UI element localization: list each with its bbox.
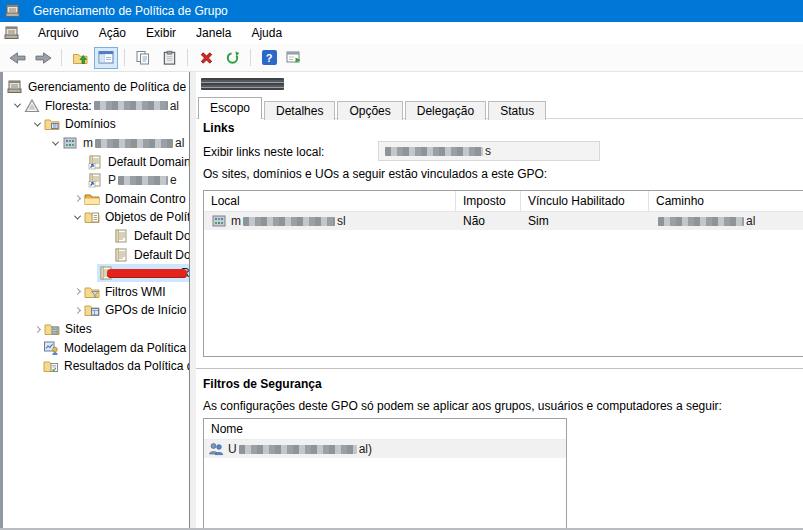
menu-bar: Arquivo Ação Exibir Janela Ajuda [0, 22, 803, 44]
links-table[interactable]: Local Imposto Vínculo Habilitado Caminho… [203, 190, 803, 357]
menu-janela[interactable]: Janela [186, 23, 241, 43]
chevron-right-icon[interactable] [71, 289, 84, 294]
display-links-combobox[interactable]: s [378, 141, 600, 161]
refresh-button[interactable] [220, 47, 244, 69]
chevron-down-icon[interactable] [49, 141, 62, 146]
tree-item-filtros-wmi[interactable]: Filtros WMI [3, 283, 189, 302]
back-button[interactable] [5, 47, 29, 69]
paste-button[interactable] [157, 47, 181, 69]
console-window-icon [4, 25, 20, 41]
forward-button[interactable] [31, 47, 55, 69]
list-item-fragment: al) [359, 442, 372, 456]
tree-item-label: Default Dom [134, 229, 190, 243]
tree-item-resultados[interactable]: Resultados da Política d [3, 357, 189, 376]
column-header-nome[interactable]: Nome [211, 422, 243, 436]
copy-button[interactable] [131, 47, 155, 69]
tree-item-label-fragment: al [175, 136, 184, 150]
tree-item-objetos-de-politica[interactable]: Objetos de Polít [3, 208, 189, 227]
column-header-imposto[interactable]: Imposto [456, 191, 521, 211]
menu-ajuda[interactable]: Ajuda [241, 23, 292, 43]
redacted-text [95, 139, 173, 148]
tab-strip: EscopoDetalhesOpçõesDelegaçãoStatus [196, 99, 803, 119]
redacted-gpo-title [201, 78, 284, 90]
domains-folder-icon [44, 116, 60, 132]
gpo-folder-icon [84, 209, 100, 225]
tree-item-label: Gerenciamento de Política de [28, 80, 186, 94]
folder-icon [84, 191, 100, 207]
tree-item-default-domain-gpo-1[interactable]: Default Dom [3, 227, 189, 246]
delete-button[interactable] [194, 47, 218, 69]
tree-item-dominios[interactable]: Domínios [3, 115, 189, 134]
tree-item-domain-controllers[interactable]: Domain Contro [3, 190, 189, 209]
tree-item-default-domain-gpo-2[interactable]: Default Dom [3, 245, 189, 264]
tree-item-root[interactable]: Gerenciamento de Política de [3, 78, 189, 97]
tree-item-modelagem[interactable]: Modelagem da Política [3, 338, 189, 357]
policy-modeling-icon [43, 340, 59, 356]
gpmc-console-icon [7, 79, 23, 95]
column-header-caminho[interactable]: Caminho [649, 191, 803, 211]
column-header-local[interactable]: Local [204, 191, 456, 211]
starter-gpo-folder-icon [84, 302, 100, 318]
gpo-icon [113, 228, 129, 244]
chevron-down-icon[interactable] [31, 122, 44, 127]
combo-value-fragment: s [485, 144, 491, 158]
caminho-cell: al [649, 212, 803, 230]
toolbar [0, 44, 803, 72]
tree-item-default-domain-policy[interactable]: Default Domain [3, 152, 189, 171]
chevron-right-icon[interactable] [71, 308, 84, 313]
chevron-right-icon[interactable] [71, 196, 84, 201]
tree-item-label: Sites [65, 322, 92, 336]
up-level-button[interactable] [68, 47, 92, 69]
tab-detalhes[interactable]: Detalhes [264, 101, 335, 120]
export-list-button[interactable] [283, 47, 307, 69]
red-underline-annotation [107, 269, 187, 278]
help-icon [262, 50, 277, 65]
column-header-vinculo[interactable]: Vínculo Habilitado [521, 191, 649, 211]
tree-item-label: Objetos de Polít [105, 210, 190, 224]
chevron-down-icon[interactable] [71, 215, 84, 220]
security-filter-list[interactable]: Nome U al) [203, 418, 567, 528]
gpmc-window: { "window": { "title": "Gerenciamento de… [0, 0, 803, 530]
tab-delegacao[interactable]: Delegação [405, 101, 486, 120]
chevron-right-icon[interactable] [31, 327, 44, 332]
tree-item-label: Modelagem da Política [64, 341, 186, 355]
local-cell: m sl [204, 212, 456, 230]
section-divider [196, 368, 803, 370]
toolbar-separator [250, 49, 251, 66]
details-pane: EscopoDetalhesOpçõesDelegaçãoStatus Link… [196, 72, 803, 528]
security-filter-sentence: As configurações deste GPO só podem se a… [203, 399, 722, 413]
tree-item-label: Domain Contro [105, 192, 186, 206]
tab-opcoes[interactable]: Opções [337, 101, 402, 120]
imposto-cell: Não [456, 212, 521, 230]
menu-exibir[interactable]: Exibir [136, 23, 186, 43]
table-row[interactable]: m sl Não Sim al [204, 212, 803, 230]
tree-item-sites[interactable]: Sites [3, 320, 189, 339]
tree-item-gpos-de-inicio[interactable]: GPOs de Início [3, 301, 189, 320]
tab-escopo[interactable]: Escopo [198, 97, 262, 119]
menu-arquivo[interactable]: Arquivo [28, 23, 89, 43]
title-bar: Gerenciamento de Política de Grupo [0, 0, 803, 22]
tree-item-floresta[interactable]: Floresta: al [3, 97, 189, 116]
tab-status[interactable]: Status [488, 101, 546, 120]
redacted-text [118, 176, 168, 185]
cell-fragment: sl [337, 214, 346, 228]
chevron-down-icon[interactable] [11, 103, 24, 108]
help-button[interactable] [257, 47, 281, 69]
links-table-header: Local Imposto Vínculo Habilitado Caminho [204, 191, 803, 212]
list-item[interactable]: U al) [204, 440, 566, 458]
cell-fragment: m [231, 214, 241, 228]
tree-item-label-fragment: P [108, 173, 116, 187]
menu-acao[interactable]: Ação [89, 23, 136, 43]
redacted-text [239, 445, 357, 454]
window-title: Gerenciamento de Política de Grupo [33, 4, 228, 18]
security-list-header: Nome [204, 419, 566, 440]
wmi-filter-folder-icon [84, 284, 100, 300]
console-tree-pane[interactable]: Gerenciamento de Política de Floresta: a… [3, 72, 190, 528]
tree-item-redacted-gpo-link[interactable]: P e [3, 171, 189, 190]
links-heading: Links [203, 121, 234, 135]
tree-item-domain[interactable]: m al [3, 134, 189, 153]
cell-fragment: al [746, 214, 755, 228]
tree-item-label: GPOs de Início [105, 303, 186, 317]
console-tree-toggle-button[interactable] [94, 47, 118, 69]
tree-item-label: Floresta: [45, 99, 92, 113]
